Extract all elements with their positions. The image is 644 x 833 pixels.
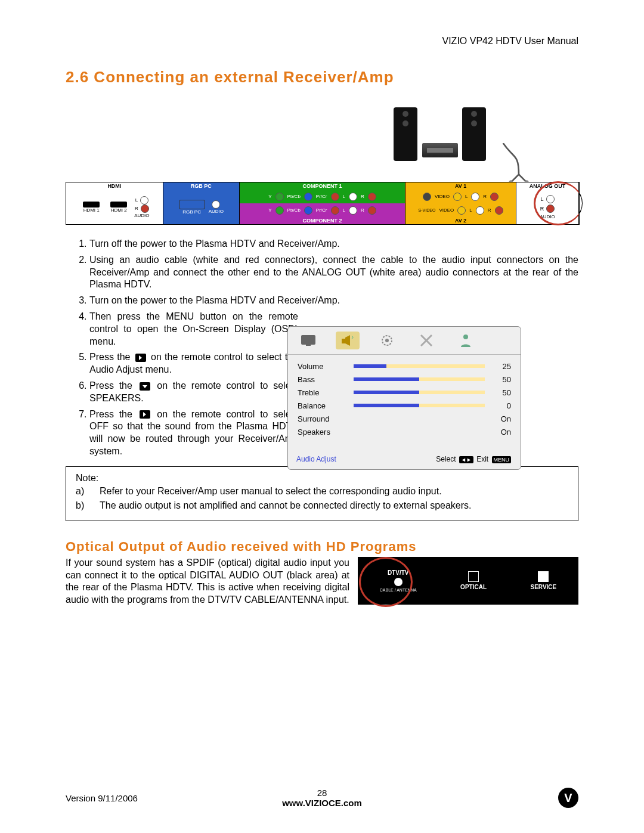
pr-label: Pr/Cr — [316, 194, 327, 199]
remote-right-icon — [135, 354, 146, 362]
note-a-text: Refer to your Receiver/Amp user manual t… — [100, 486, 442, 497]
step-7: Press the on the remote control to selec… — [89, 408, 298, 458]
audio-label: AUDIO — [540, 214, 555, 219]
receiver-amp-illustration — [394, 107, 543, 191]
osd-row-value: 50 — [493, 388, 511, 397]
pb-label: Pb/Cb — [287, 208, 301, 213]
osd-row-value: On — [493, 428, 511, 436]
hdmi2-label: HDMI 2 — [111, 208, 127, 213]
osd-select-label: Select — [436, 455, 456, 463]
step-text: Press the — [89, 380, 138, 391]
osd-row: Bass50 — [298, 373, 511, 386]
step-3: Turn on the power to the Plasma HDTV and… — [89, 295, 578, 307]
remote-down-icon — [140, 382, 150, 391]
osd-row: SurroundOn — [298, 412, 511, 425]
service-port-icon — [538, 571, 549, 582]
note-b-key: b) — [76, 500, 100, 511]
rca-red-icon — [141, 205, 149, 213]
hdmi1-label: HDMI 1 — [83, 208, 100, 213]
osd-footer-hints: Select ◄► Exit MENU — [436, 455, 512, 463]
panel-analogout-title: ANALOG OUT — [516, 182, 578, 190]
panel-comp2-title: COMPONENT 2 — [240, 217, 405, 224]
osd-tab-audio-icon: ♪ — [336, 332, 360, 349]
osd-tab-disabled-icon — [414, 332, 438, 349]
osd-row-label: Balance — [298, 401, 345, 410]
highlight-dtv-icon — [359, 557, 413, 607]
optical-port-icon — [468, 571, 479, 582]
osd-row-label: Volume — [298, 362, 345, 371]
osd-nav-pill-icon: ◄► — [459, 456, 473, 463]
osd-row-value: 50 — [493, 375, 511, 384]
vizio-logo-icon: V — [558, 788, 578, 808]
audio-cable-icon — [495, 143, 543, 185]
l-label: L — [469, 208, 472, 213]
step-1: Turn off the power to the Plasma HDTV an… — [89, 238, 578, 250]
osd-slider — [354, 377, 485, 381]
panel-hdmi-title: HDMI — [66, 182, 163, 190]
rear-panel-diagram: HDMI HDMI 1 HDMI 2 L R AUDIO RGB PC RGB … — [66, 182, 580, 225]
svg-text:♪: ♪ — [351, 335, 354, 340]
l-label: L — [343, 194, 345, 199]
note-a-key: a) — [76, 486, 100, 497]
osd-slider — [354, 364, 485, 368]
r-label: R — [361, 208, 364, 213]
footer-url: www.VIZIOCE.com — [282, 798, 362, 808]
rca-white-icon — [140, 196, 148, 205]
r-label: R — [540, 206, 544, 212]
osd-tab-picture-icon — [296, 332, 320, 349]
osd-tab-parental-icon — [454, 332, 478, 349]
rca-red-icon — [490, 193, 499, 201]
optical-heading: Optical Output of Audio received with HD… — [66, 539, 578, 555]
video-label: VIDEO — [435, 194, 450, 199]
osd-row-value: 0 — [493, 401, 511, 410]
osd-row: Volume25 — [298, 360, 511, 373]
osd-row-value: 25 — [493, 362, 511, 371]
svg-rect-2 — [301, 335, 315, 345]
osd-slider — [354, 404, 485, 407]
r-label: R — [135, 206, 138, 211]
section-heading: 2.6 Connecting an external Receiver/Amp — [66, 68, 578, 86]
osd-exit-label: Exit — [476, 455, 488, 463]
osd-row-label: Bass — [298, 375, 345, 384]
osd-row-label: Surround — [298, 414, 345, 423]
video-label: VIDEO — [439, 208, 454, 213]
rca-green-icon — [275, 193, 284, 201]
optical-panel-diagram: DTV/TV CABLE / ANTENNA OPTICAL SERVICE — [358, 557, 578, 605]
pr-label: Pr/Cr — [316, 208, 327, 213]
osd-menu-pill-icon: MENU — [492, 456, 512, 463]
footer-pagenum: 28 — [317, 788, 327, 798]
l-label: L — [135, 197, 138, 203]
svideo-icon — [423, 193, 431, 201]
rca-white-icon — [471, 193, 479, 201]
l-label: L — [343, 208, 345, 213]
page-footer: Version 9/11/2006 28 www.VIZIOCE.com V — [66, 788, 578, 808]
rca-blue-icon — [304, 206, 312, 215]
svideo-label: S-VIDEO — [419, 208, 436, 212]
osd-row-value: On — [493, 414, 511, 423]
rca-red-icon — [331, 206, 339, 215]
osd-slider — [354, 391, 485, 394]
step-5: Press the on the remote control to selec… — [89, 351, 298, 376]
osd-audio-adjust: ♪ Volume25Bass50Treble50Balance0Surround… — [287, 326, 521, 470]
step-text: Press the — [89, 352, 134, 362]
hdmi-port-icon — [83, 202, 100, 208]
rca-yellow-icon — [453, 193, 462, 201]
step-2: Using an audio cable (white and red conn… — [89, 254, 578, 291]
rca-red-icon — [368, 206, 376, 215]
footer-version: Version 9/11/2006 — [66, 793, 138, 803]
rca-white-icon — [546, 195, 555, 203]
rca-green-icon — [275, 206, 284, 215]
osd-tab-settings-icon — [375, 332, 399, 349]
audio-label: AUDIO — [209, 209, 224, 214]
osd-row-label: Speakers — [298, 428, 345, 436]
svg-rect-3 — [306, 345, 311, 346]
rca-red-icon — [495, 206, 503, 215]
step-6: Press the on the remote control to selec… — [89, 380, 298, 405]
audio-label: AUDIO — [134, 213, 149, 218]
panel-av2-title: AV 2 — [405, 217, 516, 224]
rgbpc-label: RGB PC — [182, 209, 201, 215]
step-text: Press the — [89, 409, 138, 419]
l-label: L — [465, 194, 467, 199]
service-label: SERVICE — [531, 584, 557, 590]
audio-jack-icon — [212, 200, 220, 209]
